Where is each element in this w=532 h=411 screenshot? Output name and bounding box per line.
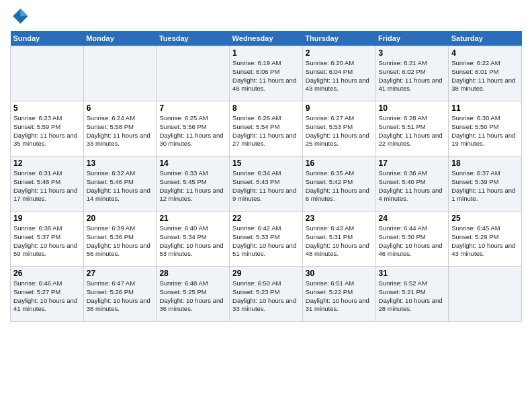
- day-number: 7: [159, 103, 226, 113]
- day-cell: 21Sunrise: 6:40 AM Sunset: 5:34 PM Dayli…: [157, 212, 230, 267]
- day-info: Sunrise: 6:38 AM Sunset: 5:37 PM Dayligh…: [13, 224, 81, 259]
- day-info: Sunrise: 6:47 AM Sunset: 5:26 PM Dayligh…: [87, 279, 154, 314]
- day-info: Sunrise: 6:39 AM Sunset: 5:36 PM Dayligh…: [87, 224, 154, 259]
- day-number: 1: [232, 48, 300, 58]
- day-cell: [11, 46, 84, 101]
- day-cell: 19Sunrise: 6:38 AM Sunset: 5:37 PM Dayli…: [11, 212, 84, 267]
- weekday-tuesday: Tuesday: [157, 31, 230, 46]
- day-number: 24: [379, 214, 446, 223]
- day-info: Sunrise: 6:52 AM Sunset: 5:21 PM Dayligh…: [379, 279, 446, 314]
- day-number: 2: [306, 48, 373, 58]
- day-number: 16: [306, 158, 373, 168]
- day-number: 31: [379, 269, 446, 278]
- calendar-header: SundayMondayTuesdayWednesdayThursdayFrid…: [11, 31, 522, 46]
- day-cell: 4Sunrise: 6:22 AM Sunset: 6:01 PM Daylig…: [449, 46, 522, 101]
- day-info: Sunrise: 6:26 AM Sunset: 5:54 PM Dayligh…: [232, 114, 300, 148]
- weekday-wednesday: Wednesday: [230, 31, 303, 46]
- week-row-1: 1Sunrise: 6:19 AM Sunset: 6:06 PM Daylig…: [11, 46, 522, 101]
- day-cell: 8Sunrise: 6:26 AM Sunset: 5:54 PM Daylig…: [230, 101, 303, 156]
- day-cell: 11Sunrise: 6:30 AM Sunset: 5:50 PM Dayli…: [449, 101, 522, 156]
- day-info: Sunrise: 6:23 AM Sunset: 5:59 PM Dayligh…: [13, 114, 81, 148]
- day-info: Sunrise: 6:25 AM Sunset: 5:56 PM Dayligh…: [159, 114, 226, 148]
- day-info: Sunrise: 6:33 AM Sunset: 5:45 PM Dayligh…: [159, 169, 226, 203]
- day-cell: 18Sunrise: 6:37 AM Sunset: 5:39 PM Dayli…: [449, 156, 522, 212]
- day-info: Sunrise: 6:19 AM Sunset: 6:06 PM Dayligh…: [232, 59, 300, 93]
- day-cell: 13Sunrise: 6:32 AM Sunset: 5:46 PM Dayli…: [83, 156, 157, 212]
- week-row-5: 26Sunrise: 6:46 AM Sunset: 5:27 PM Dayli…: [11, 267, 522, 322]
- day-number: 23: [306, 214, 373, 223]
- day-cell: 12Sunrise: 6:31 AM Sunset: 5:48 PM Dayli…: [11, 156, 84, 212]
- day-number: 27: [87, 269, 154, 278]
- day-cell: 3Sunrise: 6:21 AM Sunset: 6:02 PM Daylig…: [375, 46, 449, 101]
- day-number: 29: [232, 269, 300, 278]
- day-number: 20: [87, 214, 154, 223]
- day-cell: 9Sunrise: 6:27 AM Sunset: 5:53 PM Daylig…: [302, 101, 375, 156]
- day-info: Sunrise: 6:36 AM Sunset: 5:40 PM Dayligh…: [379, 169, 446, 203]
- day-info: Sunrise: 6:50 AM Sunset: 5:23 PM Dayligh…: [232, 279, 300, 314]
- day-cell: 15Sunrise: 6:34 AM Sunset: 5:43 PM Dayli…: [230, 156, 303, 212]
- day-cell: 20Sunrise: 6:39 AM Sunset: 5:36 PM Dayli…: [83, 212, 157, 267]
- day-info: Sunrise: 6:45 AM Sunset: 5:29 PM Dayligh…: [451, 224, 519, 259]
- day-cell: 22Sunrise: 6:42 AM Sunset: 5:33 PM Dayli…: [230, 212, 303, 267]
- day-cell: 25Sunrise: 6:45 AM Sunset: 5:29 PM Dayli…: [449, 212, 522, 267]
- day-number: 30: [306, 269, 373, 278]
- day-info: Sunrise: 6:22 AM Sunset: 6:01 PM Dayligh…: [451, 59, 519, 93]
- day-number: 28: [159, 269, 226, 278]
- day-info: Sunrise: 6:27 AM Sunset: 5:53 PM Dayligh…: [306, 114, 373, 148]
- day-cell: 27Sunrise: 6:47 AM Sunset: 5:26 PM Dayli…: [83, 267, 157, 322]
- day-cell: 31Sunrise: 6:52 AM Sunset: 5:21 PM Dayli…: [375, 267, 449, 322]
- day-number: 22: [232, 214, 300, 223]
- day-number: 21: [159, 214, 226, 223]
- calendar-table: SundayMondayTuesdayWednesdayThursdayFrid…: [10, 31, 522, 322]
- weekday-thursday: Thursday: [302, 31, 375, 46]
- weekday-sunday: Sunday: [11, 31, 84, 46]
- day-cell: 14Sunrise: 6:33 AM Sunset: 5:45 PM Dayli…: [157, 156, 230, 212]
- day-info: Sunrise: 6:21 AM Sunset: 6:02 PM Dayligh…: [379, 59, 446, 93]
- day-number: 25: [451, 214, 519, 223]
- day-info: Sunrise: 6:44 AM Sunset: 5:30 PM Dayligh…: [379, 224, 446, 259]
- day-info: Sunrise: 6:28 AM Sunset: 5:51 PM Dayligh…: [379, 114, 446, 148]
- day-number: 14: [159, 158, 226, 168]
- day-number: 15: [232, 158, 300, 168]
- weekday-monday: Monday: [83, 31, 157, 46]
- day-cell: 29Sunrise: 6:50 AM Sunset: 5:23 PM Dayli…: [230, 267, 303, 322]
- day-number: 18: [451, 158, 519, 168]
- day-number: 9: [306, 103, 373, 113]
- weekday-friday: Friday: [375, 31, 449, 46]
- day-cell: 26Sunrise: 6:46 AM Sunset: 5:27 PM Dayli…: [11, 267, 84, 322]
- day-cell: [157, 46, 230, 101]
- day-info: Sunrise: 6:31 AM Sunset: 5:48 PM Dayligh…: [13, 169, 81, 203]
- header: [10, 7, 522, 26]
- day-info: Sunrise: 6:40 AM Sunset: 5:34 PM Dayligh…: [159, 224, 226, 259]
- day-number: 8: [232, 103, 300, 113]
- calendar-body: 1Sunrise: 6:19 AM Sunset: 6:06 PM Daylig…: [11, 46, 522, 322]
- day-cell: 16Sunrise: 6:35 AM Sunset: 5:42 PM Dayli…: [302, 156, 375, 212]
- day-number: 13: [87, 158, 154, 168]
- day-cell: 2Sunrise: 6:20 AM Sunset: 6:04 PM Daylig…: [302, 46, 375, 101]
- weekday-header-row: SundayMondayTuesdayWednesdayThursdayFrid…: [11, 31, 522, 46]
- page: SundayMondayTuesdayWednesdayThursdayFrid…: [0, 0, 532, 411]
- day-info: Sunrise: 6:51 AM Sunset: 5:22 PM Dayligh…: [306, 279, 373, 314]
- day-info: Sunrise: 6:32 AM Sunset: 5:46 PM Dayligh…: [87, 169, 154, 203]
- day-info: Sunrise: 6:46 AM Sunset: 5:27 PM Dayligh…: [13, 279, 81, 314]
- week-row-3: 12Sunrise: 6:31 AM Sunset: 5:48 PM Dayli…: [11, 156, 522, 212]
- day-info: Sunrise: 6:37 AM Sunset: 5:39 PM Dayligh…: [451, 169, 519, 203]
- day-info: Sunrise: 6:24 AM Sunset: 5:58 PM Dayligh…: [87, 114, 154, 148]
- day-cell: 1Sunrise: 6:19 AM Sunset: 6:06 PM Daylig…: [230, 46, 303, 101]
- day-cell: [449, 267, 522, 322]
- day-cell: 10Sunrise: 6:28 AM Sunset: 5:51 PM Dayli…: [375, 101, 449, 156]
- day-number: 5: [13, 103, 81, 113]
- day-number: 10: [379, 103, 446, 113]
- day-cell: 7Sunrise: 6:25 AM Sunset: 5:56 PM Daylig…: [157, 101, 230, 156]
- day-cell: 6Sunrise: 6:24 AM Sunset: 5:58 PM Daylig…: [83, 101, 157, 156]
- day-cell: [83, 46, 157, 101]
- day-number: 11: [451, 103, 519, 113]
- logo-icon: [10, 7, 29, 26]
- day-number: 3: [379, 48, 446, 58]
- svg-marker-1: [20, 9, 28, 16]
- week-row-2: 5Sunrise: 6:23 AM Sunset: 5:59 PM Daylig…: [11, 101, 522, 156]
- day-info: Sunrise: 6:42 AM Sunset: 5:33 PM Dayligh…: [232, 224, 300, 259]
- day-cell: 23Sunrise: 6:43 AM Sunset: 5:31 PM Dayli…: [302, 212, 375, 267]
- day-cell: 30Sunrise: 6:51 AM Sunset: 5:22 PM Dayli…: [302, 267, 375, 322]
- day-number: 6: [87, 103, 154, 113]
